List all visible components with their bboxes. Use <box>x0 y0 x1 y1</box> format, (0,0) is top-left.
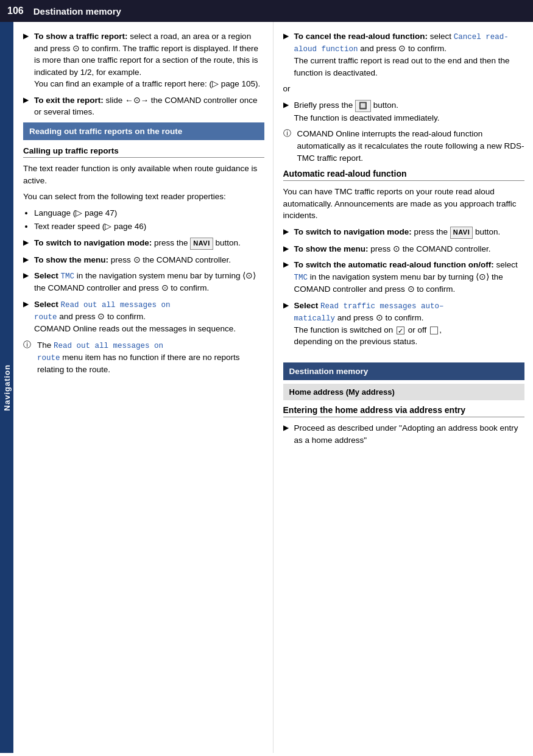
arrow-icon-r5: ▶ <box>283 260 292 295</box>
auto-select-bullet: ▶ Select Read traffic messages auto–mati… <box>283 300 525 348</box>
reading-section-label: Reading out traffic reports on the route <box>29 127 182 136</box>
show-menu-bullet: ▶ To show the menu: press ⊙ the COMAND c… <box>23 254 264 266</box>
arrow-icon-r7: ▶ <box>283 423 292 446</box>
home-address-box: Home address (My address) <box>283 384 525 400</box>
info-bullet-1: ⓘ The Read out all messages onroute menu… <box>23 339 264 376</box>
auto-show-menu-bullet: ▶ To show the menu: press ⊙ the COMAND c… <box>283 243 525 255</box>
auto-readout-para: You can have TMC traffic reports on your… <box>283 186 525 222</box>
proceed-text: Proceed as described under "Adopting an … <box>294 422 525 446</box>
sidebar-label: Navigation <box>2 364 12 411</box>
auto-switch-nav-text: To switch to navigation mode: press the … <box>294 226 501 239</box>
left-column: ▶ To show a traffic report: select a roa… <box>13 22 274 753</box>
page-header: 106 Destination memory <box>0 0 533 22</box>
select-tmc-text: Select TMC in the navigation system menu… <box>34 270 264 294</box>
main-content: Navigation ▶ To show a traffic report: s… <box>0 22 533 753</box>
navi-button-2: NAVI <box>450 227 473 239</box>
navi-button: NAVI <box>190 238 213 250</box>
watermark: Nur für internen Gebrauch / For internal… <box>0 753 533 756</box>
switch-nav-bullet: ▶ To switch to navigation mode: press th… <box>23 237 264 250</box>
or-text: or <box>283 83 525 95</box>
arrow-icon-3: ▶ <box>23 238 32 250</box>
info-text-r1: COMAND Online interrupts the read-aloud … <box>297 128 525 164</box>
briefly-press-text: Briefly press the 🔲 button.The function … <box>294 99 440 124</box>
sidebar: Navigation <box>0 22 13 753</box>
auto-switch-nav-bullet: ▶ To switch to navigation mode: press th… <box>283 226 525 239</box>
page-wrapper: 106 Destination memory Navigation ▶ To s… <box>0 0 533 756</box>
dest-memory-label: Destination memory <box>289 367 369 376</box>
show-menu-text: To show the menu: press ⊙ the COMAND con… <box>34 254 231 266</box>
text-reader-para1: The text reader function is only availab… <box>23 163 264 186</box>
arrow-icon-6: ▶ <box>23 299 32 335</box>
info-bullet-r1: ⓘ COMAND Online interrupts the read-alou… <box>283 128 525 164</box>
road-button: 🔲 <box>355 100 371 112</box>
auto-switch-onoff-text: To switch the automatic read-aloud funct… <box>294 259 525 295</box>
list-item-speed: Text reader speed (▷ page 46) <box>34 221 264 233</box>
right-column: ▶ To cancel the read-aloud function: sel… <box>274 22 534 753</box>
calling-traffic-title: Calling up traffic reports <box>23 146 264 158</box>
show-traffic-text-1: To show a traffic report: select a road,… <box>34 30 264 90</box>
select-tmc-bullet: ▶ Select TMC in the navigation system me… <box>23 270 264 294</box>
briefly-press-bullet: ▶ Briefly press the 🔲 button.The functio… <box>283 99 525 124</box>
dest-memory-header: Destination memory <box>283 362 525 380</box>
arrow-icon-r2: ▶ <box>283 100 292 124</box>
proceed-bullet: ▶ Proceed as described under "Adopting a… <box>283 422 525 446</box>
exit-report-text: To exit the report: slide ←⊙→ the COMAND… <box>34 94 264 118</box>
entering-home-title: Entering the home address via address en… <box>283 405 525 417</box>
reading-section-header: Reading out traffic reports on the route <box>23 122 264 140</box>
text-reader-para2: You can select from the following text r… <box>23 191 264 203</box>
content-area: ▶ To show a traffic report: select a roa… <box>13 22 533 753</box>
arrow-icon-5: ▶ <box>23 270 32 294</box>
info-icon-1: ⓘ <box>23 339 34 376</box>
auto-readout-title: Automatic read-aloud function <box>283 169 525 181</box>
select-readout-bullet: ▶ Select Read out all messages onroute a… <box>23 299 264 335</box>
off-label: off <box>418 325 427 334</box>
home-address-label: Home address (My address) <box>289 387 395 397</box>
arrow-icon-r3: ▶ <box>283 227 292 239</box>
arrow-icon-r6: ▶ <box>283 300 292 348</box>
page-title: Destination memory <box>34 6 121 16</box>
arrow-icon-1: ▶ <box>23 31 32 90</box>
arrow-icon-r1: ▶ <box>283 31 292 79</box>
auto-select-text: Select Read traffic messages auto–matica… <box>294 300 444 348</box>
auto-switch-onoff-bullet: ▶ To switch the automatic read-aloud fun… <box>283 259 525 295</box>
list-item-language: Language (▷ page 47) <box>34 207 264 219</box>
exit-report-bullet: ▶ To exit the report: slide ←⊙→ the COMA… <box>23 94 264 118</box>
arrow-icon-2: ▶ <box>23 95 32 118</box>
checkbox-off <box>430 327 438 334</box>
info-icon-r1: ⓘ <box>283 128 294 164</box>
cancel-readout-bullet: ▶ To cancel the read-aloud function: sel… <box>283 30 525 79</box>
properties-list: Language (▷ page 47) Text reader speed (… <box>34 207 264 233</box>
arrow-icon-4: ▶ <box>23 255 32 266</box>
arrow-icon-r4: ▶ <box>283 244 292 255</box>
checkbox-on <box>397 327 404 334</box>
info-text-1: The Read out all messages onroute menu i… <box>37 339 264 376</box>
show-traffic-bullet-1: ▶ To show a traffic report: select a roa… <box>23 30 264 90</box>
select-readout-text: Select Read out all messages onroute and… <box>34 299 236 335</box>
page-number: 106 <box>7 5 24 16</box>
switch-nav-text: To switch to navigation mode: press the … <box>34 237 241 250</box>
cancel-readout-text: To cancel the read-aloud function: selec… <box>294 30 525 79</box>
auto-show-menu-text: To show the menu: press ⊙ the COMAND con… <box>294 243 491 255</box>
